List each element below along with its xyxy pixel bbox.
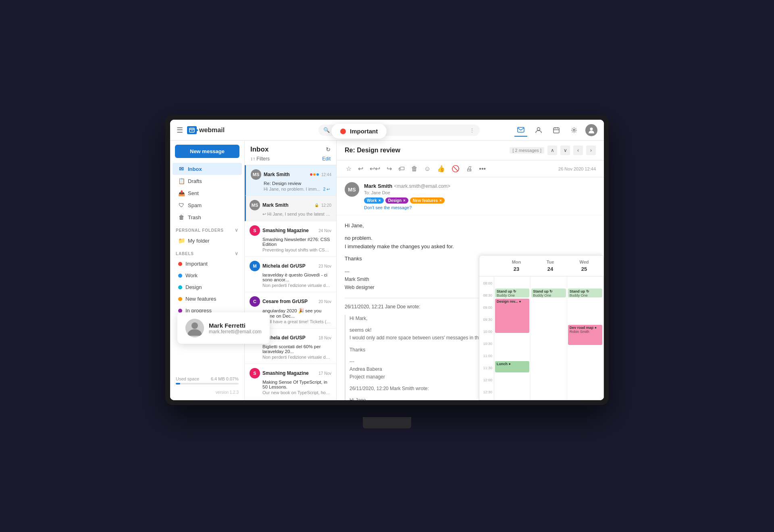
delete-btn[interactable]: 🗑 <box>410 164 419 174</box>
reply-btn[interactable]: ↩ <box>357 164 364 174</box>
tag-new-features[interactable]: New features × <box>410 197 445 204</box>
email-sender: Smashing Magazine <box>262 370 316 376</box>
cal-event[interactable]: Design rev... ● <box>495 299 529 333</box>
email-preview: Preventing layout shifts with CSS Grid, … <box>250 247 331 252</box>
tag-design[interactable]: Design × <box>385 197 408 204</box>
search-icon: 🔍 <box>323 127 330 133</box>
important-dot <box>340 129 346 134</box>
nav-forward-btn[interactable]: › <box>586 145 596 155</box>
svg-rect-0 <box>189 128 194 132</box>
cal-day-wed: Wed 25 <box>569 258 599 274</box>
sidebar-label-myfolder: My folder <box>188 238 209 244</box>
sidebar-item-inbox[interactable]: ✉ Inbox <box>173 163 242 175</box>
email-item[interactable]: S Smashing Magazine 24 Nov Smashing News… <box>245 221 336 257</box>
sidebar-item-spam[interactable]: 🛡 Spam <box>173 199 242 211</box>
trash-icon: 🗑 <box>178 214 185 220</box>
user-avatar[interactable] <box>585 124 597 136</box>
email-item[interactable]: MS Mark Smith 🔒 12:20 ↩ Hi Jane, I send … <box>245 196 336 221</box>
email-meta: MS Mark Smith <mark.smith@email.com> To:… <box>337 177 604 215</box>
new-message-button[interactable]: New message <box>175 145 239 158</box>
folders-expand-icon[interactable]: ∨ <box>235 227 239 233</box>
reply-all-btn[interactable]: ↩↩ <box>368 164 381 174</box>
tag-work[interactable]: Work × <box>364 197 384 204</box>
spam-icon: 🛡 <box>178 202 185 208</box>
nav-back-btn[interactable]: ‹ <box>573 145 583 155</box>
tag-close[interactable]: × <box>403 198 406 203</box>
sidebar-label-design[interactable]: Design <box>173 281 242 293</box>
email-avatar: MS <box>250 200 260 210</box>
storage-info: Used space 6.4 MB 0.07% <box>170 372 244 389</box>
storage-bar <box>176 383 239 384</box>
calendar-panel: Mon 23 Tue 24 Wed 25 <box>479 255 604 400</box>
like-btn[interactable]: 👍 <box>436 164 446 174</box>
sidebar-item-myfolder[interactable]: 📁 My folder <box>173 235 242 247</box>
sidebar-item-trash[interactable]: 🗑 Trash <box>173 211 242 223</box>
important-label: Important <box>350 128 378 135</box>
user-card-avatar <box>185 319 204 337</box>
email-item[interactable]: S Smashing Magazine 17 Nov Making Sense … <box>245 364 336 399</box>
spam-action-btn[interactable]: 🚫 <box>450 164 461 174</box>
sidebar-item-drafts[interactable]: 📋 Drafts <box>173 175 242 187</box>
edit-button[interactable]: Edit <box>322 156 331 162</box>
to-line: To: Jane Doe <box>364 190 596 195</box>
hamburger-icon[interactable]: ☰ <box>177 126 183 135</box>
cal-event[interactable]: Stand up ↻ Buddy One <box>531 289 566 297</box>
dot-orange <box>313 173 316 176</box>
storage-values: 6.4 MB 0.07% <box>211 376 239 381</box>
detail-actions: [ 2 messages ] ∧ ∨ ‹ › <box>510 145 596 155</box>
label-btn[interactable]: 🏷 <box>397 164 406 174</box>
mail-nav-btn[interactable] <box>514 124 527 137</box>
refresh-icon[interactable]: ↻ <box>326 146 331 153</box>
app-title: webmail <box>199 127 225 134</box>
svg-rect-3 <box>518 127 524 132</box>
email-time: 23 Nov <box>318 264 331 268</box>
cal-event[interactable]: Lunch ● <box>495 361 529 372</box>
design-dot <box>178 285 182 289</box>
email-item[interactable]: MS Mark Smith 12:44 Re: Design <box>245 165 336 196</box>
email-subject: Biglietti scontati del 60% per laravelda… <box>250 344 331 354</box>
calendar-nav-btn[interactable] <box>550 124 563 137</box>
smiley-btn[interactable]: ☺ <box>423 164 432 174</box>
prev-message-btn[interactable]: ∧ <box>547 145 557 155</box>
sidebar-label-work[interactable]: Work <box>173 270 242 281</box>
cal-event[interactable]: Stand up ↻ Buddy One <box>568 289 602 297</box>
next-message-btn[interactable]: ∨ <box>560 145 570 155</box>
more-actions-btn[interactable]: ••• <box>478 164 487 174</box>
email-avatar: MS <box>251 169 261 180</box>
contacts-nav-btn[interactable] <box>532 124 545 137</box>
print-btn[interactable]: 🖨 <box>465 164 474 174</box>
sent-icon: 📤 <box>178 190 185 196</box>
tag-close[interactable]: × <box>379 198 381 203</box>
email-time: 18 Nov <box>318 336 331 340</box>
cal-event[interactable]: Dev road map ● Robin Smith <box>568 325 602 345</box>
dont-see-message-link[interactable]: Don't see the message? <box>364 205 596 210</box>
email-subject: Re: Design review <box>251 181 331 186</box>
labels-expand-icon[interactable]: ∨ <box>235 251 239 256</box>
lock-icon: 🔒 <box>314 203 319 207</box>
email-item[interactable]: M Michela del GrUSP 23 Nov laravelday è … <box>245 257 336 292</box>
in-progress-dot <box>178 309 182 313</box>
email-item[interactable]: S Smashing Magazine 17 Nov Smashing News… <box>245 399 336 400</box>
star-btn[interactable]: ☆ <box>345 164 353 174</box>
settings-nav-btn[interactable] <box>568 124 580 137</box>
sidebar-label-new-features[interactable]: New features <box>173 293 242 305</box>
email-preview: Our new book on TypeScript, how it works… <box>250 390 331 395</box>
dot-red <box>310 173 312 176</box>
filters-label[interactable]: ↕↑ Filters <box>250 156 270 162</box>
email-time: 20 Nov <box>318 299 331 304</box>
cal-event[interactable]: Stand up ↻ Buddy One <box>495 289 529 297</box>
search-more-icon: ⋮ <box>469 127 475 133</box>
storage-label: Used space <box>176 376 199 381</box>
logo-area: webmail <box>187 126 225 134</box>
tag-close[interactable]: × <box>439 198 442 203</box>
sidebar-item-sent[interactable]: 📤 Sent <box>173 187 242 199</box>
sidebar-label-important[interactable]: Important <box>173 258 242 270</box>
forward-btn[interactable]: ↪ <box>385 164 393 174</box>
email-time: 24 Nov <box>318 229 331 233</box>
email-list-panel: Inbox ↻ ↕↑ Filters Edit <box>245 141 337 400</box>
email-sender: Michela del GrUSP <box>262 335 316 341</box>
tag-area: Work × Design × New features <box>364 197 596 204</box>
sender-name-email: Mark Smith <mark.smith@email.com> <box>364 182 596 189</box>
email-subject: Smashing Newsletter #276: CSS Edition <box>250 237 331 247</box>
email-list: MS Mark Smith 12:44 Re: Design <box>245 165 336 400</box>
